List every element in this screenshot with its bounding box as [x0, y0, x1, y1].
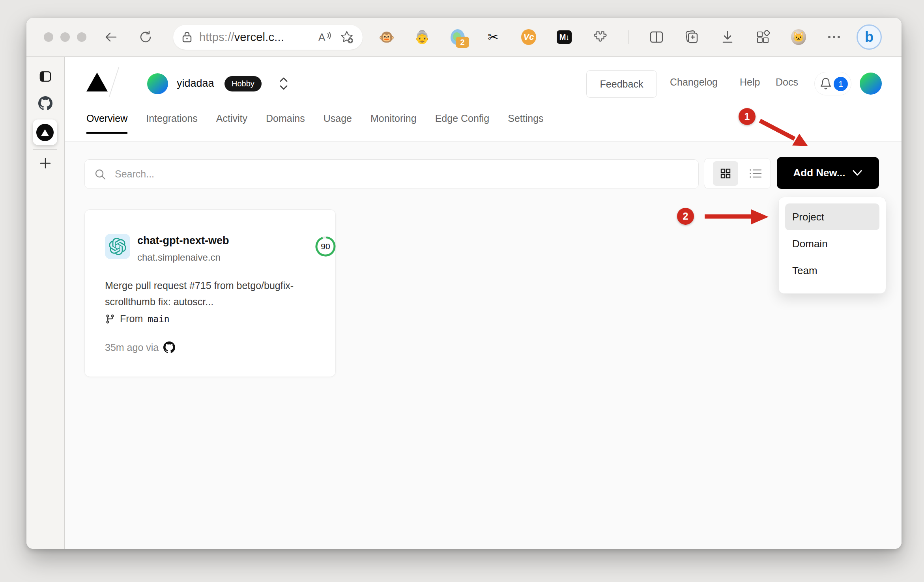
menu-item-team[interactable]: Team — [785, 257, 879, 284]
notifications-button[interactable]: 1 — [814, 72, 851, 95]
zoom-window-button[interactable] — [77, 32, 86, 42]
github-icon — [163, 341, 175, 353]
browser-toolbar: https://vercel.c... A 🐵 👵 2 ✂ Vc M↓ — [26, 18, 902, 57]
bell-icon — [819, 77, 832, 90]
tab-monitoring[interactable]: Monitoring — [370, 113, 417, 134]
tab-domains[interactable]: Domains — [266, 113, 305, 134]
menu-item-project[interactable]: Project — [785, 203, 879, 230]
tab-edge-config[interactable]: Edge Config — [435, 113, 490, 134]
nav-tabs: Overview Integrations Activity Domains U… — [86, 113, 544, 134]
url-host: vercel.c... — [234, 31, 284, 43]
search-icon — [94, 168, 106, 180]
list-view-button[interactable] — [749, 168, 762, 179]
git-branch-icon — [105, 314, 115, 324]
add-favorite-icon[interactable] — [340, 30, 354, 44]
markdown-extension-icon[interactable]: M↓ — [557, 30, 572, 45]
collections-icon[interactable] — [685, 30, 700, 45]
clipper-extension-icon[interactable]: ✂ — [486, 30, 501, 45]
apps-icon[interactable] — [756, 30, 771, 45]
search-bar[interactable] — [84, 159, 699, 189]
browser-window: https://vercel.c... A 🐵 👵 2 ✂ Vc M↓ — [26, 18, 902, 549]
project-card[interactable]: chat-gpt-next-web chat.simplenaive.cn 90… — [84, 209, 336, 377]
reload-icon — [138, 30, 153, 44]
vercel-page: yidadaa Hobby Feedback Changelog Help Do… — [65, 57, 902, 549]
tab-activity[interactable]: Activity — [216, 113, 247, 134]
copilot-bing-icon[interactable]: b — [857, 24, 882, 50]
minimize-window-button[interactable] — [60, 32, 70, 42]
address-bar[interactable]: https://vercel.c... A — [173, 25, 363, 50]
vercel-header: yidadaa Hobby Feedback Changelog Help Do… — [65, 57, 902, 142]
profile-avatar[interactable]: 🐱 — [791, 30, 806, 45]
vc-icon: Vc — [521, 29, 536, 45]
menu-item-domain[interactable]: Domain — [785, 230, 879, 257]
traffic-lights — [44, 32, 86, 42]
branch-row: From main — [105, 313, 170, 325]
sidebar-divider — [33, 149, 57, 150]
new-tab-icon[interactable] — [26, 156, 64, 170]
read-aloud-icon[interactable]: A — [318, 31, 332, 43]
annotation-step-1: 1 — [739, 108, 756, 125]
view-toggle — [704, 158, 771, 189]
openai-logo-icon — [109, 238, 126, 255]
branch-name: main — [148, 314, 169, 324]
back-arrow-icon — [104, 30, 118, 44]
downloads-icon[interactable] — [720, 30, 735, 45]
lighthouse-score: 90 — [314, 235, 337, 258]
vc-extension-icon[interactable]: Vc — [521, 30, 536, 45]
translate-extension-icon[interactable]: 2 — [450, 30, 465, 45]
toolbar-separator — [628, 30, 628, 44]
team-avatar[interactable] — [147, 73, 168, 94]
url-scheme: https:// — [199, 31, 234, 43]
tab-integrations[interactable]: Integrations — [146, 113, 198, 134]
search-input[interactable] — [114, 168, 689, 180]
score-value: 90 — [314, 235, 337, 258]
deploy-meta: 35m ago via — [105, 342, 159, 353]
tampermonkey-extension-icon[interactable]: 🐵 — [379, 30, 394, 45]
team-name: yidadaa — [177, 77, 214, 90]
split-screen-icon[interactable] — [649, 30, 664, 45]
tab-settings[interactable]: Settings — [508, 113, 543, 134]
annotation-step-2: 2 — [677, 208, 694, 225]
deploy-meta-row: 35m ago via — [105, 341, 175, 353]
docs-link[interactable]: Docs — [776, 76, 798, 88]
back-button[interactable] — [102, 28, 120, 46]
cat-avatar-image: 🐱 — [791, 29, 806, 45]
markdown-icon: M↓ — [557, 30, 572, 44]
add-new-label: Add New... — [793, 167, 845, 179]
reload-button[interactable] — [137, 28, 154, 46]
changelog-link[interactable]: Changelog — [670, 76, 718, 88]
plan-badge: Hobby — [224, 76, 262, 91]
vercel-favicon — [36, 124, 54, 141]
extensions-puzzle-icon[interactable] — [592, 30, 607, 45]
add-new-dropdown: Project Domain Team — [778, 197, 886, 294]
add-new-button[interactable]: Add New... — [777, 157, 879, 189]
feedback-button[interactable]: Feedback — [586, 70, 657, 98]
close-window-button[interactable] — [44, 32, 53, 42]
tab-overview[interactable]: Overview — [86, 113, 127, 134]
overview-content: Add New... Project Domain Team chat-gpt-… — [65, 142, 902, 549]
desktop: https://vercel.c... A 🐵 👵 2 ✂ Vc M↓ — [0, 0, 924, 582]
commit-message: Merge pull request #715 from betgo/bugfi… — [105, 278, 318, 310]
branch-label: From — [120, 313, 143, 325]
tab-usage[interactable]: Usage — [324, 113, 352, 134]
browser-sidebar — [26, 57, 65, 549]
notification-count-badge: 1 — [834, 77, 848, 91]
help-link[interactable]: Help — [740, 76, 760, 88]
project-icon — [105, 234, 130, 259]
person-extension-icon[interactable]: 👵 — [415, 30, 430, 45]
team-switcher-icon[interactable] — [279, 76, 289, 93]
sidebar-tab-vercel-active[interactable] — [33, 119, 57, 145]
svg-text:A: A — [318, 31, 325, 43]
vercel-logo-icon[interactable] — [86, 73, 108, 93]
extensions-area: 🐵 👵 2 ✂ Vc M↓ — [379, 30, 842, 45]
project-name: chat-gpt-next-web — [137, 235, 229, 247]
lock-icon — [182, 31, 192, 43]
extension-badge: 2 — [456, 37, 469, 48]
breadcrumb-slash — [109, 67, 120, 97]
user-avatar[interactable] — [860, 73, 882, 95]
more-menu-icon[interactable] — [827, 30, 842, 45]
toggle-sidebar-icon[interactable] — [26, 71, 64, 82]
grid-view-button[interactable] — [713, 161, 738, 186]
project-domain-link[interactable]: chat.simplenaive.cn — [137, 252, 221, 263]
sidebar-tab-github[interactable] — [26, 96, 64, 110]
